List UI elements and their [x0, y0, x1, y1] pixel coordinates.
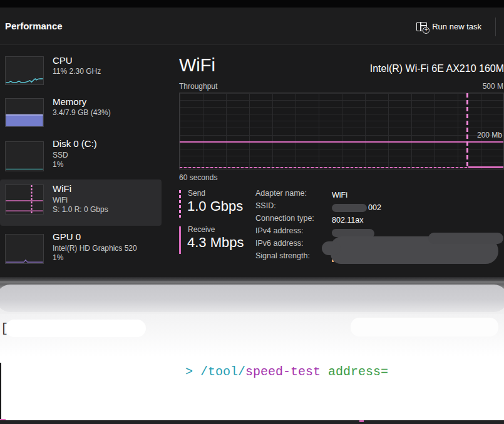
- sidebar-memory-stats: 3.4/7.9 GB (43%): [53, 108, 111, 117]
- throughput-label: Throughput: [179, 82, 217, 91]
- y-axis-max-label: 500 M: [483, 82, 503, 91]
- receive-label: Receive: [188, 225, 215, 234]
- run-new-task-label: Run new task: [432, 22, 481, 31]
- wifi-sparkline-icon: [5, 184, 44, 215]
- redacted-titlebar-band: [0, 281, 504, 314]
- throughput-chart: 200 Mb: [179, 93, 504, 169]
- signal-strength-label: Signal strength:: [255, 251, 332, 264]
- adapter-name-value: WiFi: [332, 189, 347, 201]
- sidebar-cpu-stats: 11% 2.30 GHz: [53, 67, 101, 76]
- sidebar-item-gpu[interactable]: GPU 0 Intel(R) HD Graphics 520 1%: [0, 230, 162, 268]
- window-top-strip: [0, 0, 504, 8]
- adapter-name-label: Adapter name:: [255, 189, 332, 201]
- task-manager-header: Performance + Run new task: [0, 8, 504, 45]
- receive-throughput-bump: [468, 166, 503, 168]
- ipv4-label: IPv4 address:: [255, 226, 332, 239]
- sidebar-wifi-name: WiFi: [53, 196, 68, 204]
- memory-sparkline-icon: [5, 98, 44, 127]
- ipv6-label: IPv6 address:: [255, 239, 332, 251]
- task-manager-window: Performance + Run new task CPU 11% 2.30 …: [0, 0, 504, 281]
- taskbar-edge-strip: [0, 420, 504, 424]
- header-divider: [495, 18, 496, 36]
- ipv4-redaction: [332, 229, 374, 237]
- sidebar-wifi-title: WiFi: [53, 183, 71, 194]
- send-throughput-line: [180, 141, 503, 143]
- prompt-redaction: [6, 320, 146, 337]
- sidebar-item-cpu[interactable]: CPU 11% 2.30 GHz: [0, 53, 162, 90]
- send-legend-bar: [179, 190, 181, 218]
- titlebar-redaction-blob: [0, 285, 504, 312]
- screen: Performance + Run new task CPU 11% 2.30 …: [0, 0, 504, 424]
- adapter-model-title: Intel(R) Wi-Fi 6E AX210 160M: [370, 63, 504, 74]
- address-redaction: [351, 318, 498, 336]
- ssid-value: 002: [332, 201, 381, 214]
- task-manager-bottom-edge: [0, 277, 504, 281]
- send-value: 1.0 Gbps: [187, 198, 243, 215]
- sidebar-memory-title: Memory: [53, 96, 86, 107]
- sidebar-gpu-stats: 1%: [53, 253, 63, 262]
- dashed-marker-line: [466, 93, 468, 169]
- terminal-left-edge: [0, 363, 1, 420]
- sidebar-disk-title: Disk 0 (C:): [53, 138, 97, 149]
- sidebar-item-disk[interactable]: Disk 0 (C:) SSD 1%: [0, 136, 162, 175]
- connection-type-value: 802.11ax: [332, 214, 364, 226]
- cpu-sparkline-icon: [5, 56, 44, 85]
- receive-value: 4.3 Mbps: [187, 235, 244, 251]
- receive-throughput-line: [180, 167, 503, 168]
- receive-stat: Receive 4.3 Mbps: [179, 225, 253, 255]
- send-label: Send: [188, 189, 205, 198]
- terminal-prompt-line: [ >/tool/speed-test address=: [0, 321, 504, 408]
- ipv6-redaction: [331, 236, 498, 264]
- wifi-panel-title: WiFi: [179, 55, 215, 76]
- sidebar-wifi-stats: S: 1.0 R: 0 Gbps: [53, 205, 108, 214]
- page-title: Performance: [5, 21, 63, 31]
- x-axis-label: 60 seconds: [179, 173, 217, 182]
- prompt-symbol: >: [50, 365, 193, 379]
- run-new-task-button[interactable]: + Run new task: [413, 18, 485, 34]
- receive-legend-bar: [179, 226, 181, 254]
- ssid-redaction: [332, 204, 367, 212]
- cmd-name-segment: speed-test: [245, 365, 321, 379]
- sidebar-item-memory[interactable]: Memory 3.4/7.9 GB (43%): [0, 94, 162, 132]
- sidebar-disk-type: SSD: [53, 151, 68, 159]
- cmd-address-segment: address=: [321, 365, 388, 379]
- sidebar-gpu-name: Intel(R) HD Graphics 520: [53, 244, 137, 253]
- ssid-label: SSID:: [255, 201, 332, 214]
- send-stat: Send 1.0 Gbps: [179, 189, 253, 219]
- connection-type-label: Connection type:: [255, 214, 332, 226]
- cmd-tool-segment: /tool/: [200, 365, 245, 379]
- sidebar-disk-stats: 1%: [53, 160, 63, 169]
- sidebar-cpu-title: CPU: [53, 55, 73, 66]
- new-task-icon: +: [416, 22, 427, 31]
- sidebar-gpu-title: GPU 0: [53, 231, 81, 242]
- gpu-sparkline-icon: [5, 234, 44, 264]
- y-axis-mid-label: 200 Mb: [477, 131, 502, 139]
- pink-window-notch: [359, 420, 364, 422]
- terminal-window[interactable]: [ >/tool/speed-test address= status:tcp …: [0, 314, 504, 420]
- disk-sparkline-icon: [5, 141, 44, 171]
- sidebar-item-wifi[interactable]: WiFi WiFi S: 1.0 R: 0 Gbps: [0, 179, 162, 226]
